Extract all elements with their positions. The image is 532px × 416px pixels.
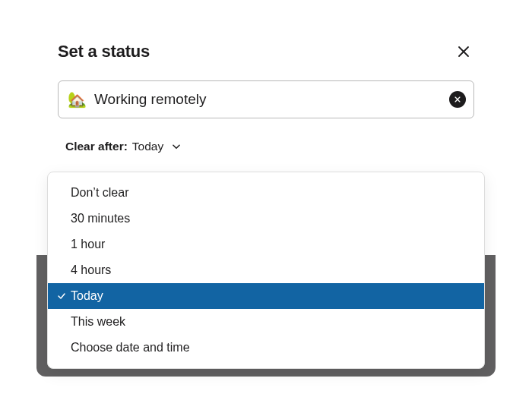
clear-after-dropdown-trigger[interactable]: Clear after: Today — [58, 140, 182, 153]
set-status-modal: Set a status 🏡 Clear after: Today — [36, 23, 496, 175]
check-icon — [57, 292, 66, 301]
dropdown-option[interactable]: Today — [48, 283, 484, 309]
status-emoji-icon[interactable]: 🏡 — [68, 92, 87, 107]
dropdown-option-label: 1 hour — [71, 238, 105, 251]
dropdown-option[interactable]: 1 hour — [48, 232, 484, 257]
modal-header: Set a status — [58, 41, 474, 62]
status-text-input[interactable] — [94, 91, 442, 108]
dropdown-option-label: Today — [71, 289, 103, 303]
clear-after-value: Today — [132, 140, 163, 153]
close-button[interactable] — [453, 41, 474, 62]
x-icon — [454, 96, 461, 103]
clear-status-button[interactable] — [449, 91, 466, 108]
modal-title: Set a status — [58, 42, 150, 61]
dropdown-option-label: 30 minutes — [71, 212, 130, 225]
dropdown-option-label: Choose date and time — [71, 341, 190, 355]
dropdown-option[interactable]: This week — [48, 309, 484, 335]
dropdown-option[interactable]: Choose date and time — [48, 335, 484, 361]
dropdown-option-label: Don’t clear — [71, 186, 128, 200]
close-icon — [457, 45, 470, 58]
dropdown-option-label: 4 hours — [71, 263, 111, 277]
dropdown-option[interactable]: Don’t clear — [48, 180, 484, 206]
dropdown-option[interactable]: 4 hours — [48, 257, 484, 283]
dropdown-option[interactable]: 30 minutes — [48, 206, 484, 232]
clear-after-dropdown-menu: Don’t clear30 minutes1 hour4 hoursTodayT… — [47, 172, 485, 369]
clear-after-label: Clear after: — [65, 140, 128, 153]
chevron-down-icon — [171, 141, 182, 152]
status-input-container[interactable]: 🏡 — [58, 80, 474, 118]
dropdown-option-label: This week — [71, 315, 125, 329]
